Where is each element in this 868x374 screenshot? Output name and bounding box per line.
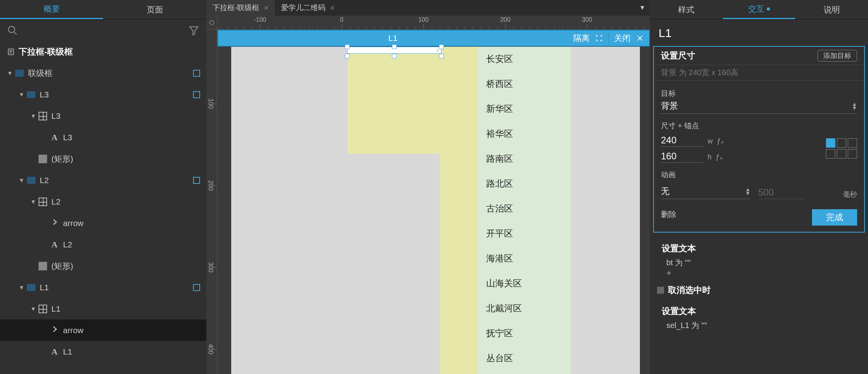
tree-item-l2[interactable]: ▼L2 (0, 191, 206, 212)
list-item[interactable]: 山海关区 (478, 271, 571, 296)
action-set-text-desc: bt 为 "" (662, 258, 856, 268)
event-icon (657, 287, 664, 294)
tab-interactions[interactable]: 交互 (723, 0, 796, 19)
tree-item-l2[interactable]: ▼L2 (0, 169, 206, 191)
close-tab-icon[interactable]: × (264, 4, 269, 12)
outline-tree: ▼联级框▼L3▼L3AL3(矩形)▼L2▼L2arrowAL2(矩形)▼L1▼L… (0, 62, 206, 374)
artboard[interactable]: 长安区桥西区新华区裕华区路南区路北区古治区开平区海港区山海关区北戴河区抚宁区丛台… (231, 47, 640, 374)
tree-item-label: L1 (40, 283, 49, 292)
event-deselect[interactable]: 取消选中时 (650, 281, 868, 299)
list-item[interactable]: 裕华区 (478, 122, 571, 146)
height-input[interactable] (661, 150, 704, 163)
action-set-text-title[interactable]: 设置文本 (662, 243, 856, 254)
tree-item-l2[interactable]: AL2 (0, 234, 206, 255)
list-item[interactable]: 海港区 (478, 246, 571, 271)
svg-point-7 (209, 20, 214, 25)
tab-pages[interactable]: 页面 (103, 0, 206, 19)
target-label: 目标 (661, 88, 857, 99)
tab-outline[interactable]: 概要 (0, 0, 103, 19)
list-item[interactable]: 新华区 (478, 97, 571, 122)
folder-icon (26, 89, 37, 100)
ruler-horizontal: -1000100200300 (206, 16, 650, 30)
tree-item-l3[interactable]: ▼L3 (0, 84, 206, 105)
close-isolation-button[interactable]: 关闭 (614, 33, 631, 44)
list-item[interactable]: 复兴区 (478, 371, 571, 374)
selection-handle[interactable] (439, 44, 444, 49)
ms-label: 毫秒 (843, 190, 857, 199)
tabs-menu[interactable]: ▼ (634, 0, 650, 16)
arrow-icon (49, 325, 60, 336)
action-set-text-2-title[interactable]: 设置文本 (662, 305, 856, 317)
tree-item-矩形[interactable]: (矩形) (0, 255, 206, 277)
master-indicator[interactable] (193, 284, 200, 291)
add-action-button[interactable]: + (662, 268, 856, 278)
svg-point-0 (9, 26, 15, 32)
tree-item-l1[interactable]: ▼L1 (0, 298, 206, 319)
fx-height-button[interactable]: ƒₓ (715, 153, 722, 161)
svg-marker-2 (190, 26, 198, 35)
done-button[interactable]: 完成 (812, 209, 857, 226)
width-input[interactable] (661, 134, 704, 147)
list-item[interactable]: 桥西区 (478, 72, 571, 97)
list-item[interactable]: 开平区 (478, 221, 571, 246)
animation-select[interactable]: 无 ▲▼ (661, 184, 750, 199)
animation-label: 动画 (661, 170, 857, 180)
search-icon[interactable] (7, 25, 18, 36)
chevron-updown-icon: ▲▼ (745, 187, 750, 195)
tree-item-l3[interactable]: ▼L3 (0, 105, 206, 127)
tree-item-label: L3 (40, 90, 49, 99)
tree-item-矩形[interactable]: (矩形) (0, 148, 206, 169)
list-item[interactable]: 抚宁区 (478, 321, 571, 346)
list-item[interactable]: 长安区 (478, 47, 571, 72)
list-item[interactable]: 丛台区 (478, 346, 571, 371)
action-set-text-2: 设置文本 sel_L1 为 "" (650, 299, 868, 334)
tree-item-label: L2 (40, 176, 49, 185)
focus-icon[interactable] (595, 34, 603, 42)
tree-item-联级框[interactable]: ▼联级框 (0, 62, 206, 84)
chevron-updown-icon: ▲▼ (852, 102, 857, 110)
add-target-button[interactable]: 添加目标 (817, 50, 857, 62)
tree-item-arrow[interactable]: arrow (0, 319, 206, 341)
rect-icon (37, 261, 48, 272)
selection-handle[interactable] (439, 54, 444, 58)
list-item[interactable]: 北戴河区 (478, 296, 571, 321)
list-item[interactable]: 古治区 (478, 196, 571, 221)
master-indicator[interactable] (193, 91, 200, 98)
doc-tab[interactable]: 爱学儿二维码× (275, 0, 341, 16)
anchor-grid[interactable] (826, 138, 857, 159)
tree-item-l3[interactable]: AL3 (0, 127, 206, 148)
tree-item-l1[interactable]: ▼L1 (0, 277, 206, 298)
close-icon[interactable] (636, 34, 644, 42)
page-title: 下拉框-联级框 (19, 46, 73, 58)
selection-handle[interactable] (392, 44, 397, 49)
tree-item-arrow[interactable]: arrow (0, 212, 206, 234)
text-icon: A (49, 132, 60, 143)
selection-handle[interactable] (345, 54, 350, 58)
fx-width-button[interactable]: ƒₓ (717, 137, 724, 145)
delete-action-button[interactable]: 删除 (661, 209, 676, 226)
selection-handle[interactable] (345, 44, 350, 49)
selection-handle[interactable] (392, 54, 397, 58)
tab-notes[interactable]: 说明 (795, 0, 868, 19)
list-item[interactable]: 路南区 (478, 146, 571, 171)
inspector-title: L1 (650, 24, 868, 42)
canvas-panel: 下拉框-联级框×爱学儿二维码× ▼ -1000100200300 1002003… (206, 0, 650, 374)
canvas[interactable]: L1 隔离 关闭 长安区桥西区新华区裕华区路南区路北区古治区开平区海港区山海关区… (217, 30, 650, 374)
tab-style[interactable]: 样式 (650, 0, 723, 19)
close-tab-icon[interactable]: × (330, 4, 335, 12)
doc-tab[interactable]: 下拉框-联级框× (206, 0, 275, 16)
tree-item-label: L1 (63, 347, 72, 356)
tree-item-label: L2 (51, 197, 60, 206)
list-item[interactable]: 路北区 (478, 171, 571, 196)
left-tabs: 概要 页面 (0, 0, 206, 19)
filter-icon[interactable] (188, 25, 199, 36)
duration-input[interactable] (758, 186, 805, 199)
tree-item-label: 联级框 (28, 68, 53, 79)
master-indicator[interactable] (193, 177, 200, 184)
ruler-vertical: 100200300400 (206, 30, 217, 374)
tree-item-l1[interactable]: AL1 (0, 341, 206, 362)
target-select[interactable]: 背景 ▲▼ (661, 99, 857, 114)
master-indicator[interactable] (193, 70, 200, 77)
ruler-origin[interactable] (206, 16, 217, 29)
isolate-button[interactable]: 隔离 (573, 33, 590, 44)
